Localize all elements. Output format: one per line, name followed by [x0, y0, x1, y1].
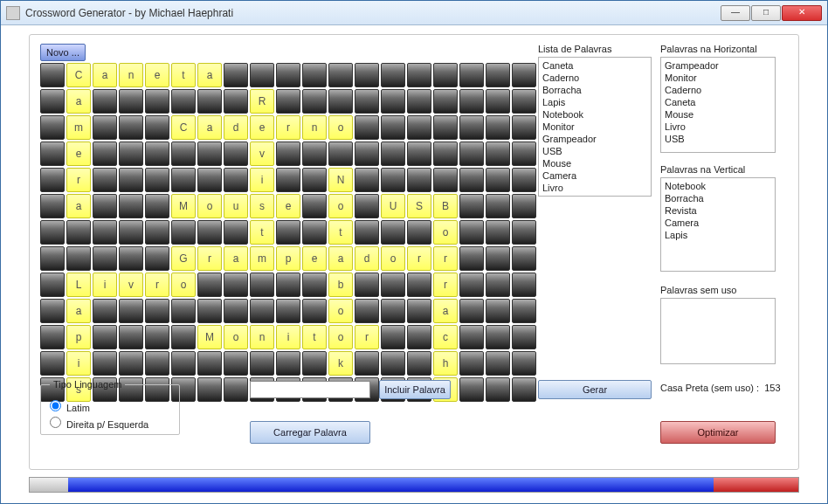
grid-cell-letter[interactable]: o [328, 299, 353, 323]
grid-cell-empty[interactable] [93, 351, 117, 376]
grid-cell-letter[interactable]: r [433, 273, 458, 297]
grid-cell-empty[interactable] [328, 63, 353, 87]
grid-cell-letter[interactable]: o [328, 194, 353, 218]
grid-cell-empty[interactable] [381, 168, 405, 192]
grid-cell-letter[interactable]: t [250, 220, 274, 245]
grid-cell-letter[interactable]: o [328, 115, 353, 140]
grid-cell-empty[interactable] [93, 194, 117, 218]
close-button[interactable]: ✕ [782, 5, 822, 21]
grid-cell-letter[interactable]: M [197, 325, 222, 349]
grid-cell-letter[interactable]: i [250, 168, 274, 192]
list-item[interactable]: Caderno [665, 84, 771, 96]
grid-cell-empty[interactable] [145, 351, 169, 376]
grid-cell-empty[interactable] [486, 194, 510, 218]
grid-cell-empty[interactable] [381, 142, 405, 166]
grid-cell-letter[interactable]: B [433, 194, 458, 218]
gerar-button[interactable]: Gerar [538, 380, 652, 399]
palavra-input[interactable] [250, 381, 370, 398]
grid-cell-empty[interactable] [302, 299, 327, 323]
grid-cell-empty[interactable] [302, 194, 327, 218]
grid-cell-letter[interactable]: i [276, 325, 300, 349]
grid-cell-empty[interactable] [145, 115, 169, 140]
grid-cell-empty[interactable] [197, 299, 222, 323]
grid-cell-empty[interactable] [40, 194, 65, 218]
grid-cell-letter[interactable]: r [407, 246, 431, 271]
grid-cell-empty[interactable] [486, 273, 510, 297]
grid-cell-empty[interactable] [355, 299, 379, 323]
grid-cell-empty[interactable] [145, 325, 169, 349]
grid-cell-letter[interactable]: a [197, 63, 222, 87]
grid-cell-empty[interactable] [276, 168, 300, 192]
grid-cell-empty[interactable] [381, 299, 405, 323]
grid-cell-letter[interactable]: S [407, 194, 431, 218]
grid-cell-letter[interactable]: p [66, 325, 91, 349]
grid-cell-empty[interactable] [512, 115, 536, 140]
grid-cell-empty[interactable] [407, 273, 431, 297]
grid-cell-letter[interactable]: r [355, 325, 379, 349]
grid-cell-empty[interactable] [93, 89, 117, 114]
grid-cell-letter[interactable]: o [328, 325, 353, 349]
grid-cell-empty[interactable] [459, 115, 484, 140]
grid-cell-empty[interactable] [171, 325, 196, 349]
grid-cell-empty[interactable] [459, 63, 484, 87]
grid-cell-empty[interactable] [381, 89, 405, 114]
grid-cell-empty[interactable] [119, 168, 143, 192]
grid-cell-empty[interactable] [512, 89, 536, 114]
radio-latim-label[interactable]: Latim [50, 400, 170, 413]
list-item[interactable]: Lapis [542, 96, 647, 108]
grid-cell-empty[interactable] [119, 351, 143, 376]
grid-cell-letter[interactable]: m [250, 246, 274, 271]
grid-cell-empty[interactable] [407, 299, 431, 323]
grid-cell-empty[interactable] [512, 377, 536, 402]
grid-cell-empty[interactable] [459, 220, 484, 245]
grid-cell-letter[interactable]: a [66, 194, 91, 218]
grid-cell-empty[interactable] [407, 89, 431, 114]
list-item[interactable]: Notebook [665, 180, 771, 192]
grid-cell-empty[interactable] [93, 246, 117, 271]
grid-cell-letter[interactable]: m [66, 115, 91, 140]
grid-cell-empty[interactable] [486, 63, 510, 87]
grid-cell-letter[interactable]: p [276, 246, 300, 271]
grid-cell-empty[interactable] [486, 220, 510, 245]
grid-cell-empty[interactable] [93, 299, 117, 323]
grid-cell-letter[interactable]: v [119, 273, 143, 297]
list-item[interactable]: Revista [665, 204, 771, 217]
grid-cell-letter[interactable]: s [250, 194, 274, 218]
grid-cell-letter[interactable]: G [171, 246, 196, 271]
grid-cell-empty[interactable] [40, 142, 65, 166]
list-item[interactable]: Notebook [542, 108, 647, 121]
grid-cell-letter[interactable]: u [224, 194, 248, 218]
incluir-button[interactable]: Incluir Palavra [379, 380, 451, 399]
grid-cell-empty[interactable] [276, 273, 300, 297]
grid-cell-empty[interactable] [250, 299, 274, 323]
grid-cell-empty[interactable] [145, 168, 169, 192]
grid-cell-letter[interactable]: e [145, 63, 169, 87]
grid-cell-empty[interactable] [171, 89, 196, 114]
grid-cell-empty[interactable] [197, 220, 222, 245]
list-item[interactable]: Monitor [542, 121, 647, 133]
grid-cell-letter[interactable]: r [197, 246, 222, 271]
grid-cell-empty[interactable] [250, 351, 274, 376]
grid-cell-empty[interactable] [486, 325, 510, 349]
grid-cell-empty[interactable] [171, 351, 196, 376]
grid-cell-letter[interactable]: a [197, 115, 222, 140]
grid-cell-empty[interactable] [119, 299, 143, 323]
grid-cell-empty[interactable] [355, 194, 379, 218]
grid-cell-empty[interactable] [512, 273, 536, 297]
grid-cell-letter[interactable]: b [328, 273, 353, 297]
grid-cell-empty[interactable] [119, 115, 143, 140]
grid-cell-empty[interactable] [381, 351, 405, 376]
grid-cell-empty[interactable] [486, 89, 510, 114]
grid-cell-empty[interactable] [197, 273, 222, 297]
grid-cell-empty[interactable] [512, 246, 536, 271]
grid-cell-empty[interactable] [355, 115, 379, 140]
minimize-button[interactable]: — [721, 5, 750, 21]
grid-cell-empty[interactable] [302, 89, 327, 114]
grid-cell-empty[interactable] [145, 89, 169, 114]
grid-cell-letter[interactable]: v [250, 142, 274, 166]
grid-cell-empty[interactable] [433, 168, 458, 192]
grid-cell-empty[interactable] [459, 194, 484, 218]
grid-cell-letter[interactable]: a [66, 89, 91, 114]
grid-cell-empty[interactable] [355, 273, 379, 297]
semuso-listbox[interactable] [660, 298, 776, 364]
